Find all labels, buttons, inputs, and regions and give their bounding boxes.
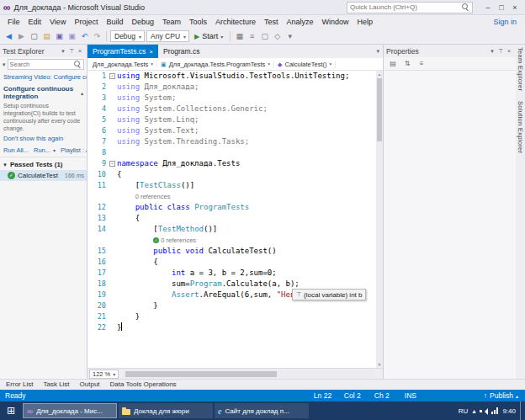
breadcrumb-для-доклада-tests[interactable]: Для_доклада.Tests▾ — [89, 61, 157, 68]
code-line[interactable]: 21 } — [88, 311, 383, 322]
comment-icon[interactable]: ◇ — [272, 32, 283, 40]
code-line[interactable]: 2using Для_доклада; — [88, 82, 383, 93]
menu-project[interactable]: Project — [70, 15, 102, 29]
categorized-icon[interactable]: ▤ — [388, 60, 398, 67]
back-icon[interactable]: ◀ — [3, 32, 14, 40]
debug-configuration-dropdown[interactable]: Debug ▾ — [110, 30, 145, 42]
scroll-down-icon[interactable]: ▼ — [376, 362, 383, 367]
taskbar-item-сайт-для-доклад-п[interactable]: eСайт для доклад п... — [215, 403, 309, 418]
chevron-down-icon[interactable]: ▾ — [376, 48, 379, 55]
pin-icon[interactable]: ⊤ — [496, 48, 505, 55]
quick-launch-box[interactable] — [347, 2, 473, 13]
quick-launch-input[interactable] — [350, 3, 459, 11]
close-button[interactable]: × — [508, 2, 522, 13]
open-file-icon[interactable]: ▤ — [41, 32, 52, 40]
playlist-dropdown[interactable]: Playlist : All Te... — [61, 146, 87, 154]
code-line[interactable]: 7using System.Threading.Tasks; — [88, 136, 383, 147]
bottom-tab-error-list[interactable]: Error List — [2, 380, 37, 390]
zoom-dropdown[interactable]: 122 % ▾ — [89, 369, 119, 379]
forward-icon[interactable]: ▶ — [16, 32, 27, 40]
new-file-icon[interactable]: ▢ — [29, 32, 40, 40]
side-tab-team-explorer[interactable]: Team Explorer — [517, 47, 524, 91]
save-all-icon[interactable]: ▣ — [66, 32, 77, 40]
run-all-link[interactable]: Run All... — [3, 146, 29, 154]
sign-in-link[interactable]: Sign in — [493, 18, 522, 26]
codelens-row[interactable]: 0 references — [88, 191, 383, 202]
breadcrumb-для-доклада-tests-programtests[interactable]: ▣Для_доклада.Tests.ProgramTests▾ — [157, 61, 274, 68]
test-search-box[interactable] — [8, 59, 84, 70]
menu-tools[interactable]: Tools — [185, 15, 211, 29]
code-line[interactable]: 15 public void CalculateTest() — [88, 246, 383, 257]
tab-programtests-cs[interactable]: ProgramTests.cs× — [88, 45, 158, 58]
save-icon[interactable]: ▣ — [54, 32, 65, 40]
scrollbar-thumb[interactable] — [377, 78, 382, 141]
horizontal-scrollbar[interactable] — [124, 370, 374, 378]
scrollbar-thumb[interactable] — [125, 371, 277, 377]
taskbar-item-доклад-для-жюри[interactable]: Доклад для жюри — [119, 403, 213, 418]
codelens-references[interactable]: 0 references — [135, 193, 171, 200]
code-line[interactable]: 12 public class ProgramTests — [88, 202, 383, 213]
find-icon[interactable]: ▢ — [259, 32, 270, 40]
volume-icon[interactable] — [480, 407, 487, 415]
platform-dropdown[interactable]: Any CPU ▾ — [146, 30, 189, 42]
code-line[interactable]: 10{ — [88, 169, 383, 180]
window-position-icon[interactable]: ▾ — [488, 48, 496, 55]
bottom-tab-output[interactable]: Output — [76, 380, 104, 390]
dismiss-link[interactable]: Don't show this again — [0, 133, 87, 144]
side-tab-solution-explorer[interactable]: Solution Explorer — [517, 101, 524, 153]
show-desktop-button[interactable] — [520, 401, 522, 420]
language-indicator[interactable]: RU — [459, 407, 469, 415]
menu-architecture[interactable]: Architecture — [211, 15, 260, 29]
menu-window[interactable]: Window — [318, 15, 353, 29]
code-line[interactable]: 14 [TestMethod()] — [88, 224, 383, 235]
vertical-scrollbar[interactable]: ▴ ▼ — [376, 71, 383, 368]
code-line[interactable]: 1-using Microsoft.VisualStudio.TestTools… — [88, 71, 383, 82]
code-line[interactable]: 5using System.Linq; — [88, 114, 383, 125]
close-icon[interactable]: × — [149, 48, 153, 56]
menu-view[interactable]: View — [45, 15, 70, 29]
breadcrumb-calculatetest[interactable]: ◆CalculateTest()▾ — [274, 61, 336, 68]
collapse-icon[interactable]: ▴ — [81, 90, 83, 96]
code-line[interactable]: 4using System.Collections.Generic; — [88, 104, 383, 114]
code-line[interactable]: 11 [TestClass()] — [88, 180, 383, 191]
code-line[interactable]: 3using System; — [88, 93, 383, 104]
tab-program-cs[interactable]: Program.cs — [158, 45, 204, 58]
menu-file[interactable]: File — [3, 15, 24, 29]
menu-help[interactable]: Help — [353, 15, 378, 29]
code-line[interactable]: 9-namespace Для_доклада.Tests — [88, 158, 383, 169]
close-icon[interactable]: × — [76, 48, 84, 55]
more-options-icon[interactable]: ▾ — [284, 32, 295, 40]
codelens-references[interactable]: 0 references — [161, 237, 196, 244]
hidden-icons-chevron[interactable]: ▴ — [472, 407, 475, 415]
test-list-item-calculatetest[interactable]: ✓CalculateTest166 ms — [0, 170, 87, 181]
bottom-tab-task-list[interactable]: Task List — [39, 380, 73, 390]
group-by-icon[interactable]: ▾ — [3, 61, 6, 68]
alphabetical-icon[interactable]: ⇅ — [402, 60, 412, 67]
menu-analyze[interactable]: Analyze — [283, 15, 318, 29]
step-icon[interactable]: ≡ — [247, 32, 257, 40]
code-line[interactable]: 6using System.Text; — [88, 125, 383, 136]
window-position-icon[interactable]: ▾ — [59, 48, 67, 55]
start-debugging-button[interactable]: ▶ Start ▾ — [191, 30, 226, 43]
start-button[interactable]: ⊞ — [0, 401, 22, 420]
menu-team[interactable]: Team — [158, 15, 185, 29]
minimize-button[interactable]: – — [481, 2, 495, 13]
code-editor[interactable]: 1-using Microsoft.VisualStudio.TestTools… — [88, 71, 383, 368]
undo-icon[interactable]: ↶ — [79, 32, 90, 40]
code-line[interactable]: 22} — [88, 322, 383, 333]
close-icon[interactable]: × — [505, 48, 513, 55]
menu-build[interactable]: Build — [102, 15, 127, 29]
menu-test[interactable]: Test — [260, 15, 283, 29]
publish-button[interactable]: ↑ Publish ▴ — [484, 391, 518, 400]
code-line[interactable]: 13 { — [88, 213, 383, 224]
property-pages-icon[interactable]: ≡ — [416, 60, 427, 67]
code-line[interactable]: 16 { — [88, 257, 383, 268]
code-line[interactable]: 8 — [88, 147, 383, 158]
fold-toggle-icon[interactable]: - — [109, 161, 115, 167]
pin-icon[interactable]: ⊤ — [67, 48, 76, 55]
fold-toggle-icon[interactable]: - — [109, 73, 115, 79]
taskbar-item-для-доклада-мис[interactable]: ∞Для_доклада - Мис... — [23, 403, 117, 418]
network-icon[interactable] — [491, 407, 498, 414]
build-icon[interactable]: ▦ — [234, 32, 245, 40]
scroll-up-icon[interactable]: ▴ — [376, 72, 383, 77]
